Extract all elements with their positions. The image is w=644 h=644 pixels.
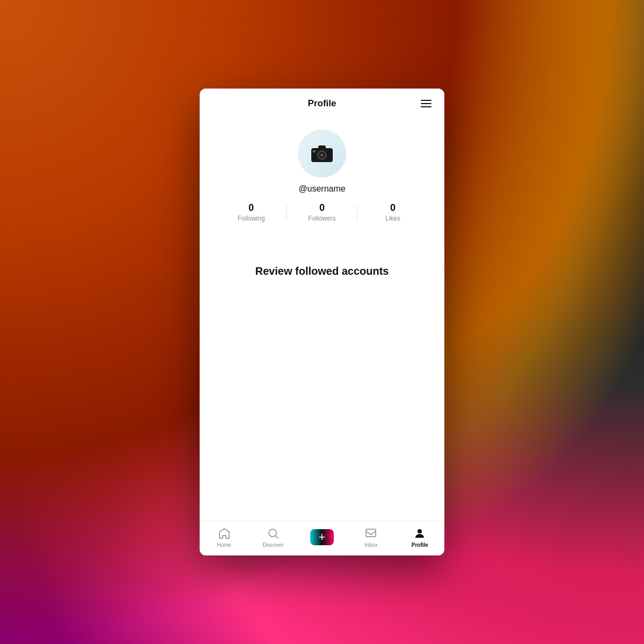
- svg-point-3: [320, 153, 324, 157]
- review-title: Review followed accounts: [255, 265, 389, 277]
- followers-count: 0: [319, 202, 325, 214]
- username: @username: [298, 184, 345, 194]
- nav-discover[interactable]: Discover: [257, 526, 289, 548]
- likes-label: Likes: [385, 215, 400, 222]
- inbox-icon: [364, 526, 378, 540]
- svg-line-7: [275, 536, 278, 539]
- nav-profile[interactable]: Profile: [404, 526, 436, 548]
- likes-count: 0: [390, 202, 396, 214]
- camera-icon: [311, 144, 333, 163]
- stats-row: 0 Following 0 Followers 0 Likes: [210, 202, 434, 222]
- svg-point-9: [418, 529, 422, 533]
- discover-label: Discover: [262, 542, 283, 548]
- avatar[interactable]: [298, 129, 346, 178]
- create-button[interactable]: [310, 529, 334, 545]
- home-icon: [217, 526, 231, 540]
- followers-label: Followers: [308, 215, 335, 222]
- following-count: 0: [248, 202, 254, 214]
- following-label: Following: [238, 215, 265, 222]
- menu-line-3: [421, 106, 431, 107]
- menu-line-2: [421, 103, 431, 104]
- home-label: Home: [217, 542, 231, 548]
- svg-rect-4: [318, 145, 326, 149]
- inbox-label: Inbox: [364, 542, 377, 548]
- main-content: Review followed accounts: [200, 238, 444, 521]
- stat-likes[interactable]: 0 Likes: [357, 202, 428, 222]
- discover-icon: [266, 526, 280, 540]
- svg-rect-8: [366, 529, 376, 537]
- menu-line-1: [421, 100, 431, 101]
- bottom-nav: Home Discover Inbox: [200, 521, 444, 555]
- page-title: Profile: [308, 98, 336, 109]
- header: Profile: [200, 89, 444, 119]
- profile-icon: [413, 526, 427, 540]
- stat-followers[interactable]: 0 Followers: [287, 202, 357, 222]
- nav-create[interactable]: [306, 529, 338, 545]
- profile-section: @username 0 Following 0 Followers 0 Like…: [200, 119, 444, 238]
- nav-inbox[interactable]: Inbox: [355, 526, 387, 548]
- profile-label: Profile: [412, 542, 428, 548]
- stat-following[interactable]: 0 Following: [216, 202, 287, 222]
- phone-frame: Profile @username: [200, 89, 444, 555]
- nav-home[interactable]: Home: [208, 526, 240, 548]
- menu-button[interactable]: [419, 98, 434, 109]
- svg-point-6: [269, 529, 276, 537]
- svg-rect-5: [313, 150, 316, 152]
